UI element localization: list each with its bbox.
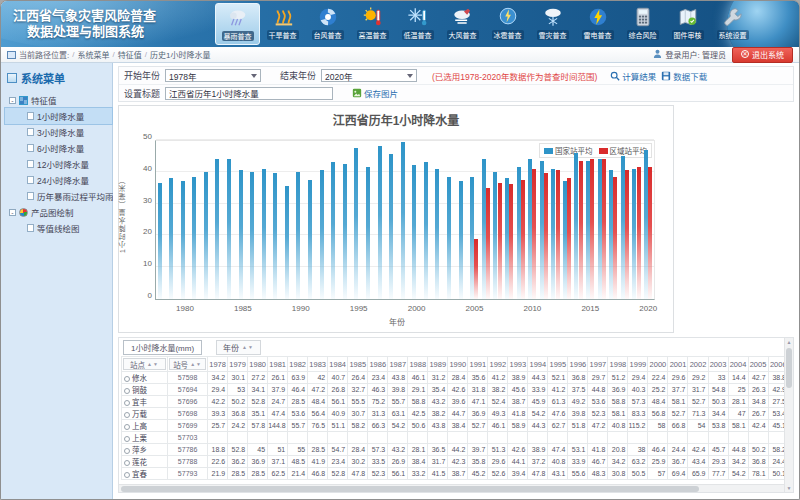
year-column-header: 1987 [388, 357, 408, 372]
tree-group-0[interactable]: -特征值 [5, 92, 112, 108]
vscroll-thumb[interactable] [786, 348, 792, 388]
logout-button[interactable]: ✕ 退出系统 [732, 47, 793, 63]
value-cell [288, 432, 308, 444]
value-cell [708, 432, 728, 444]
bar-national-1989 [285, 186, 289, 299]
value-cell [368, 432, 388, 444]
row-radio[interactable] [124, 388, 130, 394]
row-radio[interactable] [124, 460, 130, 466]
value-cell [508, 432, 528, 444]
sidebar-item-0-5[interactable]: 历年暴雨过程平均雨量 [5, 188, 112, 204]
value-cell [648, 432, 668, 444]
tool-comprehensive[interactable]: 综合风险 [620, 3, 665, 45]
save-image-button[interactable]: 保存图片 [352, 87, 398, 99]
tool-typhoon[interactable]: 台风普查 [305, 3, 350, 45]
row-radio[interactable] [124, 400, 130, 406]
chart-title-input[interactable] [165, 87, 333, 100]
collapse-icon[interactable]: - [9, 209, 16, 216]
value-cell [588, 432, 608, 444]
tool-map-review[interactable]: 图件审核 [665, 3, 710, 45]
value-cell: 47.2 [308, 384, 328, 396]
download-button[interactable]: 数据下载 [661, 70, 707, 82]
table-row[interactable]: 上高5769925.724.257.8144.855.776.551.158.2… [122, 420, 789, 432]
tool-drought[interactable]: 干旱普查 [260, 3, 305, 45]
station-id: 57696 [168, 396, 208, 408]
table-row[interactable]: 宜丰5769642.250.252.824.728.548.456.155.57… [122, 396, 789, 408]
table-row[interactable]: 上栗57703 [122, 432, 789, 444]
hscroll-thumb[interactable] [121, 486, 699, 492]
breadcrumb-item-menu[interactable]: 系统菜单 [77, 49, 109, 60]
row-radio[interactable] [124, 424, 130, 430]
calculate-button[interactable]: 计算结果 [610, 70, 656, 82]
value-cell: 34.2 [608, 456, 628, 468]
tree-group-1[interactable]: -产品图绘制 [5, 204, 112, 220]
controls-panel: 开始年份 1978年 结束年份 2020年 (已选用1978-2020年数据作为… [118, 66, 794, 102]
station-id: 57788 [168, 456, 208, 468]
sort-station-button[interactable]: 站点▲▼ [123, 358, 166, 370]
value-cell: 69.4 [668, 468, 688, 480]
value-cell: 36.8 [228, 408, 248, 420]
value-cell: 63.9 [288, 372, 308, 384]
table-row[interactable]: 修水5759834.230.127.226.163.94240.726.423.… [122, 372, 789, 384]
horizontal-scrollbar[interactable] [119, 484, 791, 492]
table-row[interactable]: 宜春5779321.928.528.562.521.446.852.847.85… [122, 468, 789, 480]
table-row[interactable]: 万载5769839.336.835.147.453.656.440.930.73… [122, 408, 789, 420]
sidebar-item-0-2[interactable]: 6小时降水量 [5, 140, 112, 156]
sidebar-item-0-4[interactable]: 24小时降水量 [5, 172, 112, 188]
bar-national-1996 [366, 167, 370, 299]
sidebar-item-0-1[interactable]: 3小时降水量 [5, 124, 112, 140]
table-row[interactable]: 铜鼓5769429.45334.137.946.447.226.832.746.… [122, 384, 789, 396]
tool-hail[interactable]: 冰雹普查 [485, 3, 530, 45]
table-controls: 1小时降水量(mm) 年份 ▲▼ [119, 338, 793, 356]
value-cell: 52.7 [668, 408, 688, 420]
value-cell: 21.9 [208, 468, 228, 480]
breadcrumb-item-current[interactable]: 历史1小时降水量 [150, 49, 210, 60]
value-cell [468, 432, 488, 444]
sidebar-item-0-0[interactable]: 1小时降水量 [5, 108, 112, 124]
tool-rainstorm[interactable]: 暴雨普查 [215, 3, 260, 45]
tool-label: 高温普查 [357, 30, 389, 40]
value-cell [548, 432, 568, 444]
station-id: 57699 [168, 420, 208, 432]
value-cell: 58.8 [608, 396, 628, 408]
col-id-label: 站号 [173, 359, 188, 370]
tool-wind[interactable]: 大风普查 [440, 3, 485, 45]
year-column-header: 2004 [728, 357, 748, 372]
row-radio[interactable] [124, 412, 130, 418]
breadcrumb-item-feature[interactable]: 特征值 [118, 49, 142, 60]
value-cell: 48.4 [308, 396, 328, 408]
value-cell: 26.7 [748, 408, 768, 420]
row-radio[interactable] [124, 472, 130, 478]
value-cell: 40.8 [548, 456, 568, 468]
collapse-icon[interactable]: - [9, 97, 16, 104]
start-year-select[interactable]: 1978年 [165, 69, 261, 82]
year-sort-control[interactable]: 年份 ▲▼ [216, 340, 261, 355]
tool-snow[interactable]: 雪灾普查 [530, 3, 575, 45]
scroll-down-icon[interactable]: ▼ [785, 484, 793, 492]
table-row[interactable]: 萍乡5778618.852.845515528.554.728.457.343.… [122, 444, 789, 456]
value-cell: 47.4 [268, 408, 288, 420]
row-radio[interactable] [124, 448, 130, 454]
sidebar-item-0-3[interactable]: 12小时降水量 [5, 156, 112, 172]
value-cell: 45.7 [708, 444, 728, 456]
tool-lightning[interactable]: 雷电普查 [575, 3, 620, 45]
table-row[interactable]: 莲花5778822.636.236.937.148.541.923.430.23… [122, 456, 789, 468]
value-cell: 29.4 [628, 372, 648, 384]
row-radio[interactable] [124, 376, 130, 382]
value-cell: 65.9 [688, 468, 708, 480]
tool-settings[interactable]: 系统设置 [710, 3, 755, 45]
bar-regional-2010 [532, 169, 536, 299]
value-cell: 51 [268, 444, 288, 456]
vertical-scrollbar[interactable]: ▲ ▼ [784, 338, 793, 492]
sidebar-item-1-0[interactable]: 等值线绘图 [5, 220, 112, 236]
scroll-up-icon[interactable]: ▲ [785, 338, 793, 346]
end-year-select[interactable]: 2020年 [321, 69, 417, 82]
logout-label: 退出系统 [752, 49, 784, 60]
row-radio[interactable] [124, 436, 130, 442]
tool-high-temp[interactable]: 高温普查 [350, 3, 395, 45]
value-cell: 115.2 [628, 420, 648, 432]
value-cell: 28.5 [308, 444, 328, 456]
tool-low-temp[interactable]: 低温普查 [395, 3, 440, 45]
value-cell [268, 432, 288, 444]
sort-id-button[interactable]: 站号▲▼ [169, 358, 206, 370]
